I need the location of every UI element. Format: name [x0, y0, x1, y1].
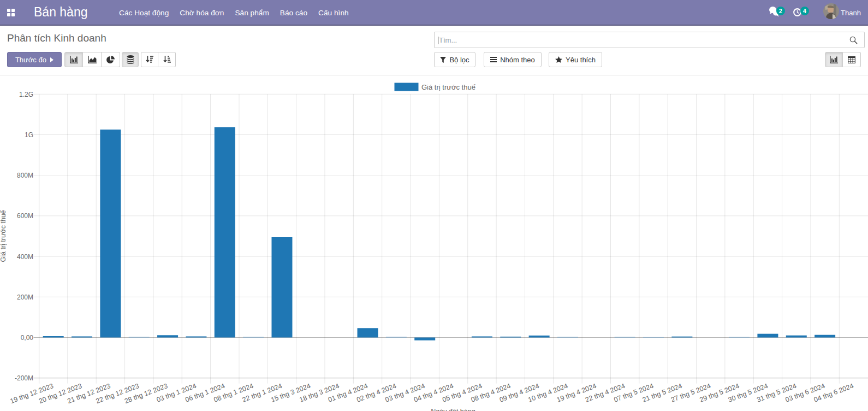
svg-text:1G: 1G: [25, 131, 33, 139]
svg-text:1.2G: 1.2G: [19, 91, 33, 98]
svg-text:-200M: -200M: [15, 374, 33, 382]
svg-text:Giá trị trước thuế: Giá trị trước thuế: [0, 210, 7, 262]
svg-text:800M: 800M: [17, 172, 33, 179]
svg-text:200M: 200M: [17, 293, 33, 301]
svg-text:400M: 400M: [17, 253, 33, 261]
svg-text:600M: 600M: [17, 212, 33, 220]
svg-text:Ngày đặt hàng: Ngày đặt hàng: [431, 408, 475, 411]
svg-text:0,00: 0,00: [21, 334, 34, 342]
svg-text:Giá trị trước thuế: Giá trị trước thuế: [421, 83, 476, 91]
